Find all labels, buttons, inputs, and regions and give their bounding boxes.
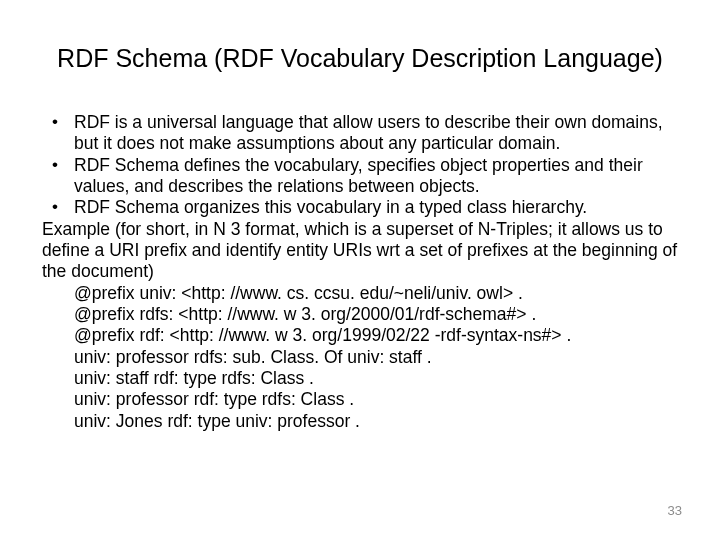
bullet-item: RDF is a universal language that allow u… <box>42 112 682 155</box>
slide-title: RDF Schema (RDF Vocabulary Description L… <box>0 44 720 73</box>
slide-body: RDF is a universal language that allow u… <box>42 112 682 432</box>
code-line: univ: professor rdfs: sub. Class. Of uni… <box>42 347 682 368</box>
code-line: @prefix rdf: <http: //www. w 3. org/1999… <box>42 325 682 346</box>
code-line: @prefix rdfs: <http: //www. w 3. org/200… <box>42 304 682 325</box>
code-line: @prefix univ: <http: //www. cs. ccsu. ed… <box>42 283 682 304</box>
bullet-item: RDF Schema organizes this vocabulary in … <box>42 197 682 218</box>
example-intro: Example (for short, in N 3 format, which… <box>42 219 682 283</box>
slide: RDF Schema (RDF Vocabulary Description L… <box>0 0 720 540</box>
bullet-item: RDF Schema defines the vocabulary, speci… <box>42 155 682 198</box>
page-number: 33 <box>668 503 682 518</box>
bullet-list: RDF is a universal language that allow u… <box>42 112 682 219</box>
code-line: univ: Jones rdf: type univ: professor . <box>42 411 682 432</box>
code-line: univ: staff rdf: type rdfs: Class . <box>42 368 682 389</box>
code-line: univ: professor rdf: type rdfs: Class . <box>42 389 682 410</box>
